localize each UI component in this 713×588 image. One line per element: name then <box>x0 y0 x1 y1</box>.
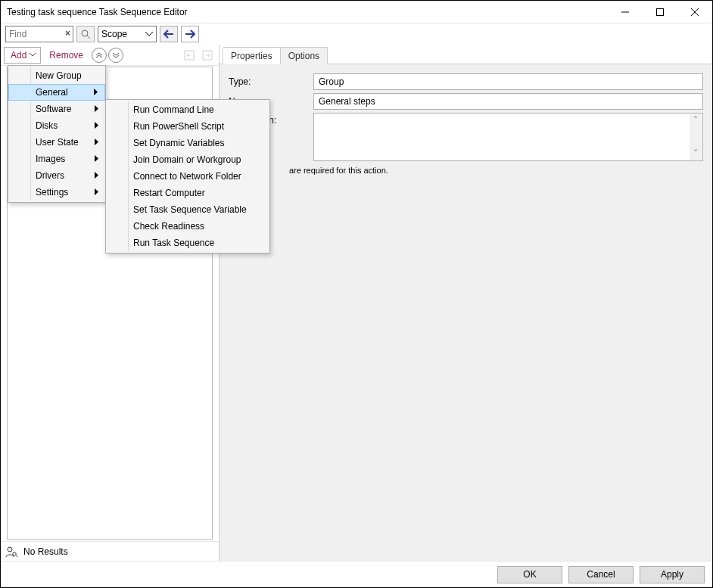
submenu-item-connect-to-network-folder[interactable]: Connect to Network Folder <box>106 168 269 185</box>
arrow-right-icon <box>185 30 195 39</box>
general-submenu: Run Command LineRun PowerShell ScriptSet… <box>105 99 270 254</box>
type-field: Group <box>313 73 703 90</box>
tab-options[interactable]: Options <box>280 47 328 64</box>
name-field[interactable]: General steps <box>313 93 703 110</box>
find-input[interactable] <box>5 26 73 42</box>
chevron-down-icon <box>145 32 153 36</box>
submenu-item-run-powershell-script[interactable]: Run PowerShell Script <box>106 118 269 135</box>
prev-button[interactable] <box>160 26 178 42</box>
properties-panel: Type: Group Name: General steps Descript… <box>220 64 712 561</box>
description-field[interactable]: ˄ ˅ <box>313 113 703 161</box>
remove-button[interactable]: Remove <box>42 47 90 64</box>
required-hint: are required for this action. <box>289 166 703 175</box>
submenu-item-set-task-sequence-variable[interactable]: Set Task Sequence Variable <box>106 201 269 218</box>
window-title: Testing task sequence Task Sequence Edit… <box>7 7 608 17</box>
ok-button[interactable]: OK <box>497 566 562 583</box>
move-buttons-group <box>182 48 216 63</box>
dialog-footer: OK Cancel Apply <box>1 561 712 587</box>
cancel-button[interactable]: Cancel <box>568 566 634 583</box>
add-menu-item-software[interactable]: Software <box>8 101 105 117</box>
next-button[interactable] <box>181 26 199 42</box>
clear-find-icon[interactable]: × <box>65 28 70 39</box>
submenu-arrow-icon <box>94 87 98 98</box>
svg-point-4 <box>8 547 12 552</box>
add-button[interactable]: Add <box>4 47 41 64</box>
minimize-button[interactable] <box>608 1 643 23</box>
double-chevron-up-icon <box>95 52 103 58</box>
svg-rect-0 <box>657 8 664 15</box>
submenu-arrow-icon <box>95 137 99 148</box>
arrow-left-icon <box>163 30 174 39</box>
svg-point-1 <box>82 30 88 36</box>
add-menu-item-user-state[interactable]: User State <box>8 134 105 151</box>
type-label: Type: <box>229 76 313 87</box>
add-menu: New GroupGeneralSoftwareDisksUser StateI… <box>8 65 106 203</box>
magnifier-icon <box>80 29 91 39</box>
add-menu-item-drivers[interactable]: Drivers <box>8 167 105 184</box>
add-menu-item-settings[interactable]: Settings <box>8 184 105 201</box>
apply-button[interactable]: Apply <box>640 566 705 583</box>
left-statusbar: No Results <box>1 541 219 561</box>
chevron-down-icon <box>30 53 36 57</box>
submenu-item-run-command-line[interactable]: Run Command Line <box>106 101 269 118</box>
double-chevron-down-icon <box>112 52 120 58</box>
scroll-up-icon[interactable]: ˄ <box>690 114 702 126</box>
scrollbar-stub[interactable]: ˄ ˅ <box>690 114 702 160</box>
left-action-bar: Add Remove <box>1 45 219 66</box>
add-menu-item-images[interactable]: Images <box>8 151 105 167</box>
add-menu-item-disks[interactable]: Disks <box>8 117 105 134</box>
scroll-down-icon[interactable]: ˅ <box>690 148 702 160</box>
submenu-arrow-icon <box>95 104 99 114</box>
close-button[interactable] <box>677 1 712 23</box>
add-menu-item-general[interactable]: General <box>8 84 105 101</box>
titlebar: Testing task sequence Task Sequence Edit… <box>1 1 712 23</box>
add-label: Add <box>11 50 26 61</box>
submenu-item-check-readiness[interactable]: Check Readiness <box>106 218 269 235</box>
submenu-arrow-icon <box>95 187 99 198</box>
expand-all-button[interactable] <box>108 48 123 63</box>
submenu-arrow-icon <box>95 170 99 181</box>
scope-dropdown[interactable]: Scope <box>98 26 157 42</box>
status-text: No Results <box>23 546 68 557</box>
left-toolbar: × Scope <box>1 23 220 45</box>
submenu-item-restart-computer[interactable]: Restart Computer <box>106 185 269 201</box>
submenu-item-run-task-sequence[interactable]: Run Task Sequence <box>106 235 269 251</box>
find-box: × <box>5 26 73 42</box>
collapse-all-button[interactable] <box>92 48 107 63</box>
tab-host: Properties Options <box>220 45 712 64</box>
scope-label: Scope <box>101 29 127 39</box>
right-pane: Properties Options Type: Group Name: Gen… <box>220 45 712 561</box>
submenu-arrow-icon <box>95 154 99 164</box>
person-search-icon <box>5 546 17 558</box>
submenu-item-join-domain-or-workgroup[interactable]: Join Domain or Workgroup <box>106 151 269 168</box>
tab-properties[interactable]: Properties <box>223 47 281 64</box>
maximize-button[interactable] <box>643 1 677 23</box>
indent-icon[interactable] <box>201 48 216 63</box>
submenu-item-set-dynamic-variables[interactable]: Set Dynamic Variables <box>106 135 269 151</box>
svg-point-5 <box>13 552 16 555</box>
add-menu-item-new-group[interactable]: New Group <box>8 67 105 84</box>
submenu-arrow-icon <box>95 120 99 131</box>
outdent-icon[interactable] <box>182 48 198 63</box>
search-button[interactable] <box>76 26 95 42</box>
